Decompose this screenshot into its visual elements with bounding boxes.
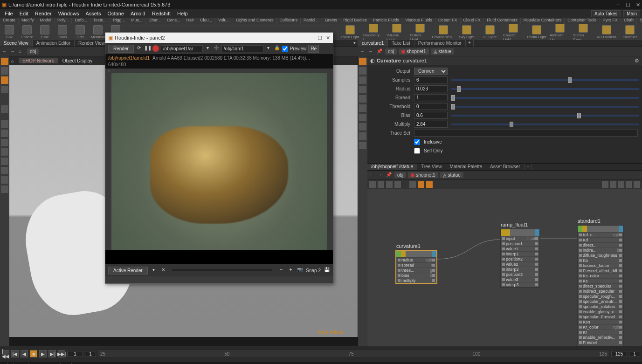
maximize-icon[interactable]: ☐ xyxy=(318,35,322,41)
minimize-icon[interactable]: ─ xyxy=(310,35,314,41)
shelf-tab[interactable]: Poly... xyxy=(55,18,72,24)
dropdown-icon[interactable]: ▾ xyxy=(265,45,272,52)
shelf-light-tool[interactable]: Environmen... xyxy=(433,25,454,39)
shelf-tool-icon[interactable] xyxy=(1,120,8,128)
menu-octane[interactable]: Octane xyxy=(104,10,126,17)
node-param-row[interactable]: radiusrgb xyxy=(396,257,436,262)
net-list-icon[interactable] xyxy=(378,181,384,188)
shelf-tab[interactable]: Model xyxy=(37,18,55,24)
display-option-icon[interactable] xyxy=(359,67,366,75)
shelf-tab[interactable]: Cons... xyxy=(164,18,184,24)
tab-perf-monitor[interactable]: Performance Monitor xyxy=(414,40,466,47)
path-statue[interactable]: ◬statue xyxy=(440,172,463,178)
prev-key-icon[interactable]: |◀ xyxy=(11,350,19,357)
shelf-light-tool[interactable]: GI Light xyxy=(480,25,500,39)
viewport-canvas[interactable]: ▣ Houdini-Indie - panel2 ─ ☐ ✕ Render ⟳ … xyxy=(9,65,358,337)
end-square-input[interactable] xyxy=(629,351,640,357)
param-multiply-input[interactable] xyxy=(414,121,448,128)
menu-arnold[interactable]: Arnold xyxy=(128,10,148,17)
node-param-row[interactable]: biasb xyxy=(396,273,436,278)
shelf-light-tool[interactable]: Point Light xyxy=(340,25,360,39)
shelf-tab[interactable]: Solid xyxy=(637,18,642,24)
display-option-icon[interactable] xyxy=(359,132,366,140)
net-list-icon[interactable] xyxy=(369,181,376,188)
shelf-tab[interactable]: Defo... xyxy=(72,18,90,24)
param-selfonly-checkbox[interactable] xyxy=(414,148,420,154)
shelf-tab[interactable]: Volu... xyxy=(215,18,233,24)
shelf-light-tool[interactable]: VR Camera xyxy=(596,25,617,39)
shelf-tab[interactable]: Fluid Containers xyxy=(484,18,521,24)
shelf-tool-grid[interactable]: Grid xyxy=(73,25,88,39)
stop-icon[interactable]: ■ xyxy=(30,350,37,357)
menu-help[interactable]: Help xyxy=(174,10,191,17)
node-param-row[interactable]: position3 xyxy=(501,272,539,277)
param-output-select[interactable]: Convex xyxy=(414,68,448,75)
shelf-light-tool[interactable]: Sky Light xyxy=(456,25,477,39)
shelf-tab[interactable]: Lights and Cameras xyxy=(233,18,277,24)
first-frame-icon[interactable]: |◀◀ xyxy=(2,350,9,357)
render-image[interactable] xyxy=(111,73,327,250)
close-icon[interactable]: ✕ xyxy=(636,2,640,8)
preview-checkbox[interactable] xyxy=(282,46,288,52)
shelf-tool-icon[interactable] xyxy=(1,148,8,156)
nav-fwd-icon[interactable]: → xyxy=(368,48,375,55)
re-button[interactable]: Re xyxy=(308,45,319,53)
tab-network-path[interactable]: /obj/shopnet1/statue xyxy=(367,164,417,170)
display-option-icon[interactable] xyxy=(359,123,366,130)
stop-icon[interactable] xyxy=(152,45,159,52)
pane-controls-icon[interactable]: ▾ xyxy=(352,40,358,47)
shelf-tool-sphere[interactable]: Sphere xyxy=(20,25,35,39)
camera-path-input[interactable] xyxy=(221,45,263,52)
snap-label[interactable]: Snap 2 xyxy=(306,268,321,273)
node-param-row[interactable]: interp2 xyxy=(501,267,539,272)
node-param-row[interactable]: specular_rotation xyxy=(578,304,623,309)
node-param-row[interactable]: inputfloat xyxy=(501,236,539,241)
net-opt-icon[interactable] xyxy=(610,181,616,188)
path-obj[interactable]: obj xyxy=(385,48,397,55)
shelf-tab[interactable]: Textu... xyxy=(90,18,110,24)
node-param-row[interactable]: specular_anisotr... xyxy=(578,299,623,304)
auto-takes-button[interactable]: Auto Takes xyxy=(591,10,621,17)
param-samples-input[interactable] xyxy=(414,76,448,83)
net-opt-icon[interactable] xyxy=(618,181,624,188)
shelf-tab[interactable]: Pyro FX xyxy=(600,18,621,24)
camera-icon[interactable]: 📷 xyxy=(297,267,303,274)
path-obj[interactable]: obj xyxy=(27,48,39,55)
add-network-tab-icon[interactable]: + xyxy=(525,164,532,170)
display-option-icon[interactable] xyxy=(359,114,366,121)
menu-render[interactable]: Render xyxy=(32,10,55,17)
tab-render-view[interactable]: Render View xyxy=(75,40,109,47)
tab-asset-browser[interactable]: Asset Browser xyxy=(486,164,524,170)
tab-scene-view[interactable]: Scene View xyxy=(0,40,33,47)
node-param-row[interactable]: Ks xyxy=(578,278,623,283)
play-back-icon[interactable]: ◀ xyxy=(21,350,28,357)
lock-icon[interactable]: 🔒 xyxy=(274,45,280,52)
node-param-row[interactable]: Fresnel_affect_diff xyxy=(578,268,623,273)
menu-assets[interactable]: Assets xyxy=(83,10,104,17)
display-option-icon[interactable] xyxy=(359,142,366,149)
display-option-icon[interactable] xyxy=(359,95,366,103)
node-param-row[interactable]: Ks_color xyxy=(578,273,623,278)
shelf-tab[interactable]: Collisions xyxy=(277,18,301,24)
node-param-row[interactable]: direct_specular xyxy=(578,283,623,288)
param-traceset-input[interactable] xyxy=(414,130,638,137)
shelf-light-tool[interactable]: Geometry L... xyxy=(363,24,384,40)
nav-back-icon[interactable]: ← xyxy=(360,48,366,55)
node-param-row[interactable]: value2 xyxy=(501,261,539,267)
shelf-tool-metaball[interactable]: Metaball xyxy=(90,25,105,39)
path-shopnet[interactable]: shopnet1 xyxy=(399,48,428,55)
menu-windows[interactable]: Windows xyxy=(55,10,82,17)
take-main-button[interactable]: Main xyxy=(623,10,640,17)
node-param-row[interactable]: enable_reflectiv... xyxy=(578,335,623,340)
param-threshold-input[interactable] xyxy=(414,103,448,110)
last-frame-icon[interactable]: ▶▶| xyxy=(58,350,65,357)
gear-icon[interactable]: ⚙ xyxy=(635,58,639,64)
param-inclusive-checkbox[interactable] xyxy=(414,139,420,145)
node-param-row[interactable]: direct... xyxy=(578,242,623,247)
shelf-tool-icon[interactable] xyxy=(1,185,8,193)
node-param-row[interactable]: Kb xyxy=(578,258,623,263)
node-param-row[interactable]: position2 xyxy=(501,256,539,261)
param-spread-input[interactable] xyxy=(414,94,448,101)
param-threshold-slider[interactable] xyxy=(451,106,639,108)
zoom-in-icon[interactable]: + xyxy=(287,267,294,274)
